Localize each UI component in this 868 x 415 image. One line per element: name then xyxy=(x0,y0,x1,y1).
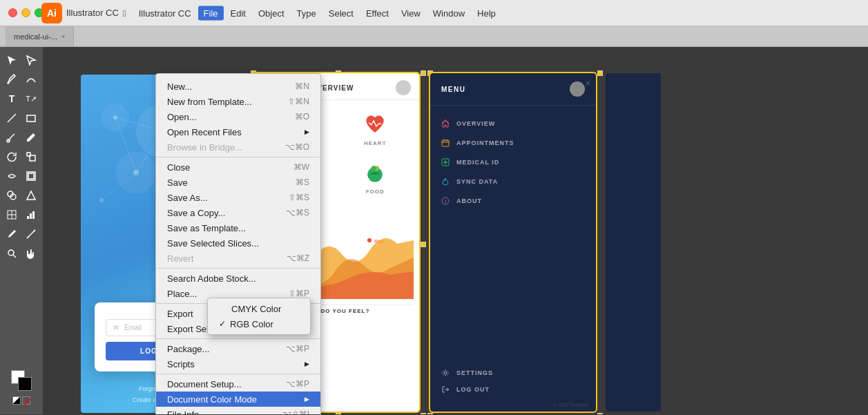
document-tab[interactable]: medical-ui-... × xyxy=(6,26,74,46)
svg-point-47 xyxy=(372,166,376,171)
menu-item-view[interactable]: View xyxy=(396,6,426,20)
menu-item-file[interactable]: File xyxy=(198,6,224,20)
svg-rect-11 xyxy=(27,216,29,219)
paintbrush-tool[interactable] xyxy=(3,128,21,146)
nav-appointments-icon xyxy=(441,139,450,147)
rect-tool[interactable] xyxy=(22,109,40,127)
menu-handle-br[interactable] xyxy=(597,413,603,414)
tool-row-5 xyxy=(3,128,40,146)
menu-item-effect[interactable]: Effect xyxy=(360,6,394,20)
measure-tool[interactable] xyxy=(22,225,40,243)
none-color-icon[interactable] xyxy=(22,396,30,405)
handle-bm[interactable] xyxy=(336,413,341,414)
scale-tool[interactable] xyxy=(22,148,40,166)
food-cell[interactable]: FOOD xyxy=(337,154,414,202)
menu-save-slices[interactable]: Save Selected Slices... xyxy=(156,235,320,251)
heart-cell[interactable]: HEART xyxy=(337,106,414,153)
svg-point-0 xyxy=(8,82,9,84)
free-transform-tool[interactable] xyxy=(22,167,40,185)
menu-save-template[interactable]: Save as Template... xyxy=(156,220,320,235)
apple-menu[interactable]:  xyxy=(117,6,132,20)
menu-file-info[interactable]: File Info... ⌥⇧⌘I xyxy=(156,407,320,414)
selection-tool[interactable] xyxy=(3,51,21,69)
heart-label: HEART xyxy=(364,140,387,146)
eyedropper-tool[interactable] xyxy=(3,225,21,243)
type-tool[interactable]: T xyxy=(3,90,21,108)
bar-graph-tool[interactable] xyxy=(22,206,40,224)
menu-item-app[interactable]: Illustrator CC xyxy=(133,6,197,20)
menu-save-as[interactable]: Save As... ⇧⌘S xyxy=(156,190,320,205)
tab-bar: medical-ui-... × xyxy=(6,26,74,46)
menu-close-icon[interactable]: × xyxy=(586,79,590,88)
nav-appointments[interactable]: APPOINTMENTS xyxy=(430,133,596,153)
minimize-button[interactable] xyxy=(21,8,30,17)
close-button[interactable] xyxy=(8,8,17,17)
tool-row-6 xyxy=(3,148,40,166)
menu-handle-tr[interactable] xyxy=(597,70,603,76)
menu-item-help[interactable]: Help xyxy=(472,6,501,20)
color-swatches xyxy=(11,370,32,410)
tab-label: medical-ui-... xyxy=(14,32,57,41)
svg-rect-5 xyxy=(27,153,30,156)
menu-search-stock[interactable]: Search Adobe Stock... xyxy=(156,271,320,286)
touch-type-tool[interactable]: T↗ xyxy=(22,90,40,108)
menu-item-window[interactable]: Window xyxy=(427,6,470,20)
tool-row-7 xyxy=(3,167,40,185)
menu-save-copy[interactable]: Save a Copy... ⌥⌘S xyxy=(156,205,320,220)
menu-scripts[interactable]: Scripts xyxy=(156,356,320,371)
pencil-tool[interactable] xyxy=(22,128,40,146)
tool-row-8 xyxy=(3,186,40,204)
menu-mockup-header: MENU xyxy=(430,73,596,106)
menu-close[interactable]: Close ⌘W xyxy=(156,160,320,175)
menu-item-object[interactable]: Object xyxy=(253,6,290,20)
curvature-tool[interactable] xyxy=(22,70,40,88)
mesh-tool[interactable] xyxy=(3,206,21,224)
extra-artboard xyxy=(606,73,661,412)
ai-icon: Ai xyxy=(41,3,62,23)
nav-medical-id[interactable]: MEDICAL ID xyxy=(430,153,596,172)
file-menu-section-5: Package... ⌥⌘P Scripts xyxy=(156,339,320,374)
swap-colors-icon[interactable] xyxy=(12,396,21,405)
line-tool[interactable] xyxy=(3,109,21,127)
hand-tool[interactable] xyxy=(22,244,40,262)
nav-sync-data[interactable]: SYNC DATA xyxy=(430,172,596,191)
nav-settings[interactable]: SETTINGS xyxy=(441,365,585,381)
nav-overview[interactable]: OVERVIEW xyxy=(430,114,596,133)
left-toolbar: T T↗ xyxy=(0,47,43,414)
color-swatch-area[interactable] xyxy=(11,370,32,391)
svg-point-59 xyxy=(444,371,447,374)
rgb-color-option[interactable]: RGB Color xyxy=(208,316,310,331)
menu-revert: Revert ⌥⌘Z xyxy=(156,251,320,266)
file-menu-dropdown: New... ⌘N New from Template... ⇧⌘N Open.… xyxy=(155,73,321,414)
handle-mr[interactable] xyxy=(421,242,426,247)
menu-open-recent[interactable]: Open Recent Files xyxy=(156,124,320,139)
rotate-tool[interactable] xyxy=(3,148,21,166)
pen-tool[interactable] xyxy=(3,70,21,88)
perspective-tool[interactable] xyxy=(22,186,40,204)
menu-handle-bl[interactable] xyxy=(427,413,433,414)
email-icon: ✉ xyxy=(113,324,119,331)
zoom-tool[interactable] xyxy=(3,244,21,262)
menu-item-edit[interactable]: Edit xyxy=(225,6,251,20)
shape-builder-tool[interactable] xyxy=(3,186,21,204)
tab-close-button[interactable]: × xyxy=(61,33,65,40)
menu-item-type[interactable]: Type xyxy=(291,6,322,20)
menu-item-select[interactable]: Select xyxy=(323,6,359,20)
menu-open[interactable]: Open... ⌘O xyxy=(156,109,320,124)
menu-package[interactable]: Package... ⌥⌘P xyxy=(156,341,320,356)
email-placeholder: Email xyxy=(124,324,142,331)
cmyk-color-option[interactable]: CMYK Color xyxy=(208,301,310,316)
menu-doc-color-mode[interactable]: Document Color Mode xyxy=(156,392,320,407)
menu-save[interactable]: Save ⌘S xyxy=(156,175,320,190)
tool-row-9 xyxy=(3,206,40,224)
menu-new-template[interactable]: New from Template... ⇧⌘N xyxy=(156,94,320,109)
handle-tr[interactable] xyxy=(421,70,426,76)
menu-new[interactable]: New... ⌘N xyxy=(156,79,320,94)
nav-about[interactable]: i ABOUT xyxy=(430,191,596,211)
nav-logout[interactable]: LOG OUT xyxy=(441,381,585,398)
menu-doc-setup[interactable]: Document Setup... ⌥⌘P xyxy=(156,376,320,392)
handle-br[interactable] xyxy=(421,413,426,414)
direct-selection-tool[interactable] xyxy=(22,51,40,69)
warp-tool[interactable] xyxy=(3,167,21,185)
nav-medical-icon xyxy=(441,158,450,166)
